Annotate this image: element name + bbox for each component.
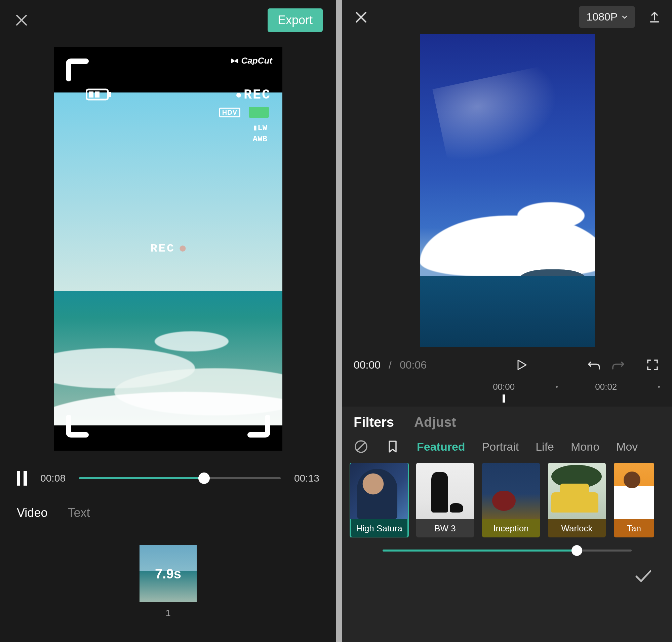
tab-text[interactable]: Text <box>67 506 90 520</box>
tab-video[interactable]: Video <box>17 506 48 520</box>
filter-label: Tan <box>614 519 654 537</box>
tape-icon <box>249 107 269 118</box>
left-editor-panel: Export CapCut REC HDV ▮LW AWB REC <box>0 0 336 642</box>
prohibit-icon <box>354 439 369 454</box>
filter-label: Inception <box>482 519 540 537</box>
right-editor-panel: 1080P 00:00 / 00:06 00:00 <box>342 0 672 642</box>
battery-icon <box>86 88 113 103</box>
check-icon <box>632 565 654 587</box>
upload-icon <box>648 10 661 24</box>
time-separator: / <box>389 359 392 371</box>
play-icon <box>515 358 528 372</box>
scrub-slider[interactable] <box>79 477 281 479</box>
category-mov[interactable]: Mov <box>616 440 638 453</box>
confirm-button[interactable] <box>632 565 654 587</box>
right-playback-controls: 00:00 / 00:06 <box>342 347 672 376</box>
viewfinder-corner-br <box>242 409 272 439</box>
undo-button[interactable] <box>586 357 602 373</box>
rec-center-label: REC <box>150 242 185 255</box>
left-header: Export <box>0 0 336 40</box>
rec-text: REC <box>244 88 271 103</box>
rec-indicator: REC <box>236 88 271 103</box>
scrub-thumb[interactable] <box>198 473 210 484</box>
panel-divider <box>336 0 342 642</box>
filter-categories: Featured Portrait Life Mono Mov <box>342 439 672 463</box>
play-button[interactable] <box>513 357 529 373</box>
rec-dot-icon <box>236 93 241 98</box>
rec-center-dot-icon <box>180 245 186 252</box>
close-icon <box>354 10 368 24</box>
export-button[interactable]: Export <box>268 9 323 32</box>
total-time-left: 00:13 <box>294 473 319 484</box>
filter-label: BW 3 <box>416 519 474 537</box>
viewfinder-corner-tl <box>64 57 94 88</box>
current-time-left: 00:08 <box>40 473 66 484</box>
filter-panel: Filters Adjust Featured Portrait Life Mo… <box>342 407 672 642</box>
fullscreen-icon <box>646 358 659 372</box>
filter-thumbnails: High Satura BW 3 Inception Warlock Tan <box>342 463 672 537</box>
preview-sea <box>54 291 282 425</box>
clip-index: 1 <box>165 608 171 618</box>
filter-bw3[interactable]: BW 3 <box>416 463 474 537</box>
video-preview-right[interactable] <box>420 34 595 347</box>
category-life[interactable]: Life <box>535 440 554 453</box>
pause-button[interactable] <box>17 471 27 486</box>
close-button[interactable] <box>13 12 29 28</box>
scrub-fill <box>79 477 204 479</box>
timeline-playhead[interactable] <box>503 395 505 402</box>
capcut-icon <box>230 56 240 66</box>
lw-label: ▮LW <box>253 123 267 132</box>
redo-icon <box>611 358 625 372</box>
close-icon <box>15 13 28 27</box>
filter-label: Warlock <box>548 519 606 537</box>
left-tabs: Video Text <box>0 496 336 528</box>
video-preview-left[interactable]: CapCut REC HDV ▮LW AWB REC <box>54 47 282 451</box>
filter-inception[interactable]: Inception <box>482 463 540 537</box>
redo-button <box>610 357 626 373</box>
clip-thumbnail-1[interactable]: 7.9s <box>140 545 197 602</box>
svg-rect-2 <box>89 91 93 98</box>
category-portrait[interactable]: Portrait <box>482 440 519 453</box>
category-featured[interactable]: Featured <box>417 440 465 453</box>
no-filter-button[interactable] <box>354 439 369 454</box>
filter-tan[interactable]: Tan <box>614 463 654 537</box>
panel-tabs: Filters Adjust <box>342 415 672 439</box>
timeline-dot <box>556 386 558 388</box>
total-time-right: 00:06 <box>400 359 427 371</box>
rec-center-text: REC <box>150 242 175 255</box>
close-button-right[interactable] <box>353 9 369 25</box>
hdv-badge: HDV <box>219 107 240 117</box>
confirm-row <box>342 557 672 594</box>
intensity-thumb[interactable] <box>571 545 582 556</box>
intensity-slider[interactable] <box>383 550 632 552</box>
filter-warlock[interactable]: Warlock <box>548 463 606 537</box>
left-playback-controls: 00:08 00:13 <box>0 461 336 496</box>
svg-rect-3 <box>95 91 100 98</box>
awb-label: AWB <box>253 134 267 144</box>
export-icon-button[interactable] <box>648 10 661 24</box>
category-mono[interactable]: Mono <box>571 440 599 453</box>
clip-duration: 7.9s <box>155 566 181 581</box>
viewfinder-corner-tr <box>242 57 272 88</box>
pause-icon <box>17 471 20 486</box>
current-time-right: 00:00 <box>354 359 380 371</box>
resolution-dropdown[interactable]: 1080P <box>579 6 635 28</box>
timeline-tick-1: 00:02 <box>595 382 617 392</box>
viewfinder-corner-bl <box>64 409 94 439</box>
filter-label: High Satura <box>350 519 408 537</box>
bookmark-icon <box>385 439 400 454</box>
tab-adjust[interactable]: Adjust <box>414 415 456 430</box>
favorites-button[interactable] <box>385 439 400 454</box>
intensity-fill <box>383 550 577 552</box>
filter-high-saturation[interactable]: High Satura <box>350 463 408 537</box>
intensity-slider-row <box>342 537 672 557</box>
tab-filters[interactable]: Filters <box>354 415 394 430</box>
fullscreen-button[interactable] <box>644 357 661 373</box>
resolution-value: 1080P <box>586 11 618 23</box>
timeline-tick-0: 00:00 <box>493 382 515 392</box>
right-header: 1080P <box>342 0 672 28</box>
timeline[interactable]: 00:00 00:02 <box>342 380 672 407</box>
chevron-down-icon <box>622 14 628 20</box>
clip-strip: 7.9s 1 <box>0 545 336 618</box>
svg-rect-1 <box>108 92 111 97</box>
